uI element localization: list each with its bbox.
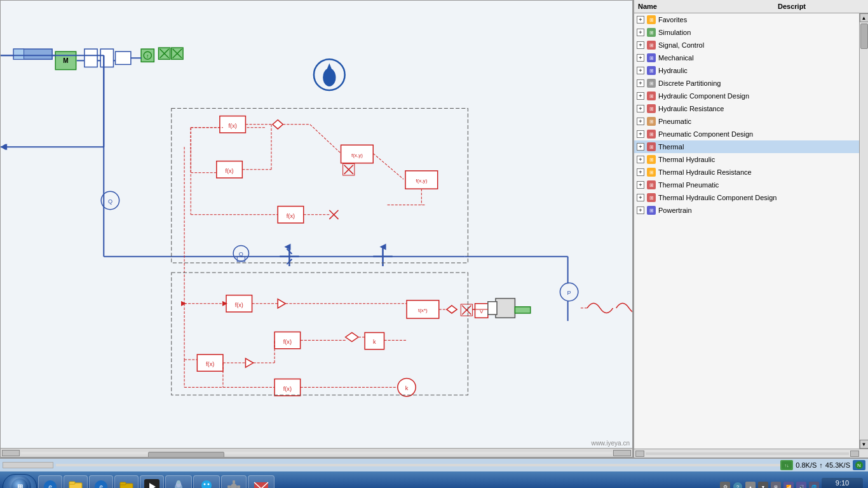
- svg-point-186: [177, 480, 180, 484]
- tree-item-hydraulic_resistance[interactable]: +⊞Hydraulic Resistance: [634, 102, 859, 115]
- taskbar-qq-btn[interactable]: [193, 475, 220, 488]
- panel-content-scroll: +⊞Favorites+⊞Simulation+⊞Signal, Control…: [634, 13, 868, 449]
- svg-text:⊞: ⊞: [649, 170, 654, 175]
- expand-btn-simulation[interactable]: +: [637, 29, 644, 36]
- expand-btn-thermal_hydraulic_component_design[interactable]: +: [637, 194, 644, 201]
- taskbar-hummingbird-btn[interactable]: [165, 475, 192, 488]
- svg-rect-193: [227, 485, 231, 488]
- svg-text:Q: Q: [108, 198, 112, 205]
- svg-rect-0: [1, 44, 632, 405]
- item-label-hydraulic_component_design: Hydraulic Component Design: [658, 92, 749, 100]
- expand-btn-hydraulic_component_design[interactable]: +: [637, 92, 644, 100]
- expand-btn-hydraulic_resistance[interactable]: +: [637, 105, 644, 112]
- taskbar-folder-btn[interactable]: [114, 475, 139, 488]
- scroll-up-btn[interactable]: ▲: [860, 13, 869, 22]
- network-icon: ↑↓: [780, 460, 793, 470]
- item-icon-thermal_hydraulic_component_design: ⊞: [646, 193, 656, 203]
- svg-text:⊞: ⊞: [17, 483, 23, 488]
- item-label-hydraulic_resistance: Hydraulic Resistance: [658, 105, 724, 112]
- tray-icon-1: ⚙: [720, 482, 730, 488]
- expand-btn-thermal_hydraulic_resistance[interactable]: +: [637, 168, 644, 176]
- item-icon-mechanical: ⊞: [646, 53, 656, 63]
- expand-btn-favorites[interactable]: +: [637, 16, 644, 24]
- tree-item-hydraulic_component_design[interactable]: +⊞Hydraulic Component Design: [634, 90, 859, 102]
- svg-text:⊞: ⊞: [649, 68, 654, 74]
- tray-icon-3: ▲: [745, 482, 756, 488]
- svg-text:⊞: ⊞: [649, 208, 654, 214]
- tree-item-thermal_hydraulic_component_design[interactable]: +⊞Thermal Hydraulic Component Design: [634, 191, 859, 204]
- svg-text:M: M: [63, 57, 68, 64]
- item-icon-discrete_partitioning: ⊞: [646, 78, 656, 88]
- taskbar-email-btn[interactable]: [248, 475, 275, 488]
- tree-item-favorites[interactable]: +⊞Favorites: [634, 13, 859, 26]
- svg-text:f(x): f(x): [229, 123, 237, 129]
- taskbar-media-btn[interactable]: [140, 475, 164, 488]
- item-icon-favorites: ⊞: [646, 15, 656, 25]
- item-label-favorites: Favorites: [658, 16, 687, 24]
- tray-icon-8: 🌐: [809, 482, 819, 488]
- svg-text:⊞: ⊞: [649, 30, 654, 36]
- system-clock[interactable]: 9:10 2012/4/10: [822, 478, 863, 488]
- item-icon-hydraulic_component_design: ⊞: [646, 91, 656, 101]
- scroll-thumb[interactable]: [860, 24, 868, 49]
- item-icon-pneumatic: ⊞: [646, 116, 656, 126]
- expand-btn-signal_control[interactable]: +: [637, 41, 644, 49]
- tree-list[interactable]: +⊞Favorites+⊞Simulation+⊞Signal, Control…: [634, 13, 859, 449]
- item-icon-thermal_pneumatic: ⊞: [646, 180, 656, 190]
- expand-btn-thermal_hydraulic[interactable]: +: [637, 156, 644, 163]
- taskbar-ie-btn[interactable]: e: [38, 475, 62, 488]
- taskbar-ie2-btn[interactable]: e: [89, 475, 113, 488]
- svg-text:⊞: ⊞: [649, 55, 654, 61]
- clock-time: 9:10: [827, 479, 858, 487]
- item-icon-thermal_hydraulic_resistance: ⊞: [646, 167, 656, 177]
- canvas-hscroll[interactable]: [1, 448, 632, 457]
- tray-icon-6: 📶: [783, 482, 794, 488]
- expand-btn-hydraulic[interactable]: +: [637, 67, 644, 74]
- tree-item-mechanical[interactable]: +⊞Mechanical: [634, 51, 859, 64]
- item-label-hydraulic: Hydraulic: [658, 67, 688, 74]
- tree-item-pneumatic[interactable]: +⊞Pneumatic: [634, 115, 859, 128]
- svg-text:⊞: ⊞: [649, 93, 654, 99]
- expand-btn-discrete_partitioning[interactable]: +: [637, 79, 644, 87]
- tree-item-thermal_hydraulic[interactable]: +⊞Thermal Hydraulic: [634, 153, 859, 166]
- svg-text:⊞: ⊞: [649, 144, 654, 150]
- expand-btn-mechanical[interactable]: +: [637, 54, 644, 62]
- vertical-scrollbar[interactable]: ▲ ▼: [859, 13, 868, 449]
- svg-rect-197: [254, 482, 268, 488]
- expand-btn-pneumatic[interactable]: +: [637, 118, 644, 125]
- tree-item-pneumatic_component_design[interactable]: +⊞Pneumatic Component Design: [634, 128, 859, 140]
- tree-item-thermal_hydraulic_resistance[interactable]: +⊞Thermal Hydraulic Resistance: [634, 166, 859, 179]
- item-label-pneumatic_component_design: Pneumatic Component Design: [658, 130, 753, 138]
- tree-item-hydraulic[interactable]: +⊞Hydraulic: [634, 64, 859, 77]
- status-bar: ↑↓ 0.8K/S ↑ 45.3K/S N: [0, 458, 868, 471]
- tree-item-powertrain[interactable]: +⊞Powertrain: [634, 204, 859, 217]
- svg-text:⊞: ⊞: [649, 157, 654, 163]
- svg-rect-9: [100, 49, 113, 67]
- tree-item-simulation[interactable]: +⊞Simulation: [634, 26, 859, 39]
- svg-text:?: ?: [736, 484, 740, 488]
- canvas-area[interactable]: M f: [0, 0, 633, 458]
- svg-rect-8: [85, 49, 97, 67]
- expand-btn-powertrain[interactable]: +: [637, 207, 644, 214]
- taskbar-settings-btn[interactable]: [221, 475, 247, 488]
- scroll-down-btn[interactable]: ▼: [860, 440, 869, 449]
- expand-btn-pneumatic_component_design[interactable]: +: [637, 130, 644, 138]
- start-button[interactable]: ⊞: [3, 474, 37, 488]
- item-icon-thermal_hydraulic: ⊞: [646, 154, 656, 165]
- tree-item-thermal_pneumatic[interactable]: +⊞Thermal Pneumatic: [634, 179, 859, 191]
- item-label-signal_control: Signal, Control: [658, 41, 704, 49]
- panel-hscroll[interactable]: [634, 449, 868, 458]
- watermark-text: www.iyeya.cn: [591, 440, 630, 447]
- svg-rect-7: [13, 49, 24, 59]
- taskbar-explorer-btn[interactable]: [64, 475, 88, 488]
- svg-text:k: k: [405, 385, 409, 391]
- svg-text:↑↓: ↑↓: [785, 463, 789, 468]
- tree-item-thermal[interactable]: +⊞Thermal: [634, 140, 859, 153]
- svg-text:N: N: [857, 463, 861, 468]
- expand-btn-thermal[interactable]: +: [637, 143, 644, 151]
- item-icon-simulation: ⊞: [646, 27, 656, 37]
- tree-item-discrete_partitioning[interactable]: +⊞Discrete Partitioning: [634, 77, 859, 90]
- network-status: ↑↓ 0.8K/S ↑ 45.3K/S N: [780, 460, 865, 470]
- expand-btn-thermal_pneumatic[interactable]: +: [637, 181, 644, 189]
- tree-item-signal_control[interactable]: +⊞Signal, Control: [634, 39, 859, 51]
